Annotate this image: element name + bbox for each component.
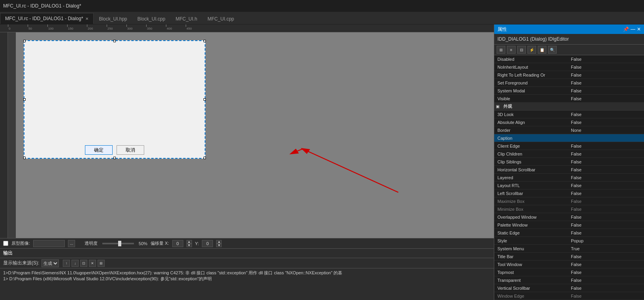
prop-tool-5[interactable]: 📋 bbox=[538, 46, 546, 54]
prop-row[interactable]: Absolute AlignFalse bbox=[494, 118, 644, 126]
close-icon[interactable]: ✕ bbox=[85, 17, 89, 21]
svg-line-2 bbox=[292, 149, 303, 154]
prop-value: False bbox=[569, 191, 644, 196]
prop-name: Vertical Scrollbar bbox=[494, 286, 569, 291]
prop-tool-1[interactable]: ⊞ bbox=[497, 46, 505, 54]
prop-row[interactable]: System MenuTrue bbox=[494, 245, 644, 253]
prop-tool-6[interactable]: 🔍 bbox=[548, 46, 557, 54]
prop-row[interactable]: Window EdgeFalse bbox=[494, 292, 644, 300]
output-source-select[interactable]: 生成 bbox=[41, 259, 59, 267]
prop-row[interactable]: Maximize BoxFalse bbox=[494, 197, 644, 205]
spin-up-y[interactable]: ▲ bbox=[216, 240, 222, 244]
prop-value: False bbox=[569, 88, 644, 93]
prop-row[interactable]: Vertical ScrollbarFalse bbox=[494, 284, 644, 292]
prop-name: Visible bbox=[494, 96, 569, 101]
prop-row[interactable]: Caption bbox=[494, 134, 644, 142]
prop-row[interactable]: Left ScrollbarFalse bbox=[494, 189, 644, 197]
prop-row[interactable]: NoInheritLayoutFalse bbox=[494, 63, 644, 71]
prop-value: None bbox=[569, 128, 644, 133]
prop-row[interactable]: TransparentFalse bbox=[494, 276, 644, 284]
ok-button[interactable]: 确定 bbox=[85, 145, 113, 155]
offset-x-spin[interactable]: ▲ ▼ bbox=[186, 240, 192, 247]
output-source-row: 显示输出来源(S): 生成 ↑ ↓ ⊡ ✕ ⊞ bbox=[0, 258, 494, 268]
prop-row[interactable]: LayeredFalse bbox=[494, 174, 644, 182]
expand-icon[interactable]: ▣ bbox=[494, 104, 501, 109]
prop-row[interactable]: Palette WindowFalse bbox=[494, 221, 644, 229]
prop-value: False bbox=[569, 144, 644, 148]
tab-dialog[interactable]: MFC_UI.rc - IDD_DIALOG1 - Dialog* ✕ bbox=[0, 13, 94, 24]
output-btn-1[interactable]: ↑ bbox=[63, 260, 70, 267]
spin-up-x[interactable]: ▲ bbox=[186, 240, 192, 244]
prop-row[interactable]: Overlapped WindowFalse bbox=[494, 213, 644, 221]
output-header: 输出 bbox=[0, 249, 494, 258]
prototype-input[interactable] bbox=[33, 240, 65, 247]
canvas-area[interactable]: 确定 取消 bbox=[16, 32, 494, 238]
prop-value: False bbox=[569, 278, 644, 283]
prop-tool-3[interactable]: ⊟ bbox=[517, 46, 526, 54]
dialog-box[interactable]: 确定 取消 bbox=[24, 40, 205, 159]
prop-row[interactable]: 3D LookFalse bbox=[494, 111, 644, 118]
pin-icon[interactable]: 📌 bbox=[623, 26, 629, 32]
spin-down-x[interactable]: ▼ bbox=[186, 244, 192, 247]
output-btn-5[interactable]: ⊞ bbox=[98, 260, 105, 267]
offset-y-label: Y: bbox=[195, 241, 199, 246]
tab-block-cpp[interactable]: Block_UI.cpp bbox=[132, 13, 171, 24]
prop-row[interactable]: System ModalFalse bbox=[494, 87, 644, 95]
output-btn-3[interactable]: ⊡ bbox=[80, 260, 87, 267]
prop-name: Border bbox=[494, 128, 569, 133]
close-panel-icon[interactable]: ✕ bbox=[637, 26, 641, 32]
prop-row[interactable]: Clip ChildrenFalse bbox=[494, 150, 644, 158]
prop-name: Topmost bbox=[494, 270, 569, 275]
prototype-checkbox[interactable] bbox=[3, 241, 8, 246]
ruler-top: 0 50 100 150 200 250 300 350 400 450 bbox=[0, 24, 494, 32]
handle-bl[interactable] bbox=[23, 157, 26, 159]
prop-row[interactable]: TopmostFalse bbox=[494, 268, 644, 276]
tab-block-hpp[interactable]: Block_UI.hpp bbox=[94, 13, 132, 24]
prop-row[interactable]: Tool WindowFalse bbox=[494, 261, 644, 268]
prop-tool-4[interactable]: ⚡ bbox=[527, 46, 536, 54]
prop-row[interactable]: VisibleFalse bbox=[494, 95, 644, 103]
prop-name: NoInheritLayout bbox=[494, 65, 569, 69]
slider-thumb[interactable] bbox=[118, 241, 121, 246]
prop-value: False bbox=[569, 254, 644, 259]
prop-value: False bbox=[569, 57, 644, 62]
prop-name: Overlapped Window bbox=[494, 215, 569, 219]
prop-row[interactable]: Title BarFalse bbox=[494, 253, 644, 261]
prop-name: Disabled bbox=[494, 57, 569, 62]
minimize-icon[interactable]: — bbox=[631, 26, 635, 32]
offset-y-input[interactable] bbox=[202, 240, 213, 247]
prop-row[interactable]: StylePopup bbox=[494, 237, 644, 245]
transparency-slider[interactable] bbox=[102, 243, 134, 244]
ruler-left: 0 50 100 150 200 250 300 bbox=[0, 32, 8, 238]
offset-y-spin[interactable]: ▲ ▼ bbox=[216, 240, 222, 247]
prop-row[interactable]: Clip SiblingsFalse bbox=[494, 158, 644, 166]
prop-row[interactable]: Minimize BoxFalse bbox=[494, 205, 644, 213]
prop-row[interactable]: DisabledFalse bbox=[494, 55, 644, 63]
prop-name: System Modal bbox=[494, 88, 569, 93]
prop-toolbar: ⊞ ≡ ⊟ ⚡ 📋 🔍 bbox=[494, 45, 644, 55]
tab-mfc-cpp[interactable]: MFC_UI.cpp bbox=[202, 13, 239, 24]
prop-name: Static Edge bbox=[494, 231, 569, 235]
cancel-button[interactable]: 取消 bbox=[117, 145, 144, 155]
spin-down-y[interactable]: ▼ bbox=[216, 244, 222, 247]
prop-row[interactable]: BorderNone bbox=[494, 126, 644, 134]
prop-row[interactable]: Client EdgeFalse bbox=[494, 142, 644, 150]
prop-value: False bbox=[569, 270, 644, 275]
tab-mfc-h[interactable]: MFC_UI.h bbox=[170, 13, 202, 24]
prop-header-buttons: 📌 — ✕ bbox=[623, 26, 641, 32]
prototype-browse-btn[interactable]: ... bbox=[68, 240, 75, 247]
prop-row[interactable]: Set ForegroundFalse bbox=[494, 79, 644, 87]
output-label: 输出 bbox=[3, 250, 13, 257]
handle-bm[interactable] bbox=[113, 157, 116, 159]
prop-row[interactable]: Layout RTLFalse bbox=[494, 182, 644, 189]
output-btn-4[interactable]: ✕ bbox=[89, 260, 96, 267]
prop-row[interactable]: Right To Left Reading OrFalse bbox=[494, 71, 644, 79]
handle-br[interactable] bbox=[203, 157, 206, 159]
prop-row[interactable]: Static EdgeFalse bbox=[494, 229, 644, 237]
output-line-1: 1>D:\Program Files\Siemens\NX 11.0\ugope… bbox=[3, 270, 491, 276]
prop-name: Clip Children bbox=[494, 152, 569, 156]
output-btn-2[interactable]: ↓ bbox=[72, 260, 79, 267]
offset-x-input[interactable] bbox=[172, 240, 183, 247]
prop-tool-2[interactable]: ≡ bbox=[507, 46, 516, 54]
prop-row[interactable]: Horizontal ScrollbarFalse bbox=[494, 166, 644, 174]
